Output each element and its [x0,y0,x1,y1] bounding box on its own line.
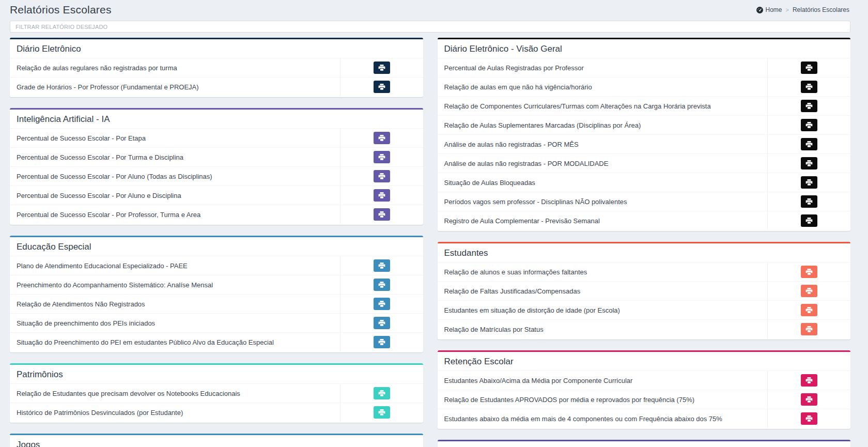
printer-icon [378,83,385,90]
printer-icon [805,121,813,129]
print-button[interactable] [374,387,390,399]
report-label: Situação do Preenchimento do PEI em estu… [10,333,340,351]
report-row: Situação do Preenchimento do PEI em estu… [10,332,423,351]
report-row: Percentual de Sucesso Escolar - Por Alun… [10,186,423,205]
report-action-cell [768,116,850,134]
page-header: Relatórios Escolares Home > Relatórios E… [10,0,850,21]
report-label: Relação de Aulas Suplementares Marcadas … [438,116,768,134]
printer-icon [378,319,385,327]
printer-icon [805,326,813,333]
report-label: Situação de preenchimento dos PEIs inici… [10,314,340,332]
report-card: Diário Eletrônico - Visão Geral Percentu… [438,38,851,231]
reports-column-right: Diário Eletrônico - Visão Geral Percentu… [438,38,851,447]
report-row: Relação de aulas em que não há vigência/… [438,77,851,96]
page-title: Relatórios Escolares [10,4,112,16]
printer-icon [378,211,385,218]
report-action-cell [768,320,850,338]
print-button[interactable] [374,151,390,163]
reports-column-left: Diário Eletrônico Relação de aulas regul… [10,38,423,447]
report-action-cell [768,390,850,409]
report-action-cell [768,301,850,319]
print-button[interactable] [801,214,817,227]
report-row: Histórico de Patrimônios Desvinculados (… [10,403,423,422]
print-button[interactable] [801,119,817,131]
report-row: Relação de Aulas Suplementares Marcadas … [438,115,851,134]
report-action-cell [768,371,850,390]
print-button[interactable] [374,61,390,74]
report-label: Estudantes Abaixo/Acima da Média por Com… [438,371,768,390]
report-action-cell [768,173,850,192]
report-action-cell [768,58,850,77]
report-row: Percentual de Sucesso Escolar - Por Etap… [10,128,423,147]
report-label: Relação de Faltas Justificadas/Compensad… [438,282,768,300]
print-button[interactable] [801,176,817,189]
card-title: Patrimônios [10,365,423,383]
print-button[interactable] [801,304,817,316]
print-button[interactable] [801,393,817,406]
report-row: Relação de Atendimentos Não Registrados [10,294,423,313]
card-title: Diário Eletrônico [10,39,423,58]
print-button[interactable] [801,61,817,74]
card-title: Retenção Escolar [438,352,851,371]
print-button[interactable] [801,100,817,112]
printer-icon [378,409,385,416]
print-button[interactable] [374,259,390,272]
printer-icon [805,64,813,71]
printer-icon [378,173,385,180]
print-button[interactable] [374,170,390,182]
report-action-cell [340,167,423,186]
print-button[interactable] [374,279,390,291]
print-button[interactable] [801,157,817,169]
report-action-cell [340,384,423,403]
print-button[interactable] [801,285,817,297]
report-action-cell [340,78,423,96]
report-label: Percentual de Sucesso Escolar - Por Alun… [10,186,340,205]
report-row: Percentual de Sucesso Escolar - Por Turm… [10,147,423,166]
card-rows: Relação de Estudantes que precisam devol… [10,383,423,422]
report-label: Relação de aulas em que não há vigência/… [438,78,768,96]
print-button[interactable] [801,195,817,208]
print-button[interactable] [801,138,817,150]
breadcrumb-home-link[interactable]: Home [756,6,782,13]
printer-icon [378,134,385,142]
report-row: Análise de aulas não registradas - POR M… [438,153,851,173]
print-button[interactable] [374,81,390,93]
print-button[interactable] [801,81,817,93]
report-card: Estudantes Relação de alunos e suas info… [438,242,851,340]
print-button[interactable] [801,412,817,425]
report-row: Grade de Horários - Por Professor (Funda… [10,77,423,96]
printer-icon [378,192,385,199]
print-button[interactable] [374,208,390,221]
report-label: Percentual de Sucesso Escolar - Por Turm… [10,148,340,166]
card-rows: Relação de alunos e suas informações fal… [438,262,851,338]
report-label: Relação de alunos e suas informações fal… [438,263,768,281]
print-button[interactable] [374,336,390,348]
card-rows: Plano de Atendimento Educacional Especia… [10,256,423,351]
print-button[interactable] [374,317,390,329]
breadcrumb-current: Relatórios Escolares [793,6,849,13]
printer-icon [378,64,385,71]
print-button[interactable] [374,189,390,202]
report-action-cell [340,148,423,166]
report-row: Registro de Aula Complementar - Previsão… [438,211,851,230]
printer-icon [805,83,813,90]
report-label: Registro de Aula Complementar - Previsão… [438,211,768,230]
print-button[interactable] [801,323,817,335]
report-row: Relação de aulas regulares não registrad… [10,58,423,77]
printer-icon [805,396,813,403]
print-button[interactable] [374,298,390,310]
report-label: Histórico de Patrimônios Desvinculados (… [10,403,340,422]
report-row: Períodos vagos sem professor - Disciplin… [438,192,851,211]
report-row: Plano de Atendimento Educacional Especia… [10,256,423,275]
report-label: Relação de Componentes Curriculares/Turm… [438,97,768,115]
print-button[interactable] [374,406,390,419]
printer-icon [378,300,385,307]
filter-wrap [10,21,850,33]
printer-icon [805,141,813,148]
print-button[interactable] [374,132,390,144]
report-label: Percentual de Sucesso Escolar - Por Prof… [10,205,340,224]
report-label: Relação de Estudantes APROVADOS por médi… [438,390,768,409]
print-button[interactable] [801,266,817,278]
report-filter-input[interactable] [10,21,850,33]
print-button[interactable] [801,374,817,387]
